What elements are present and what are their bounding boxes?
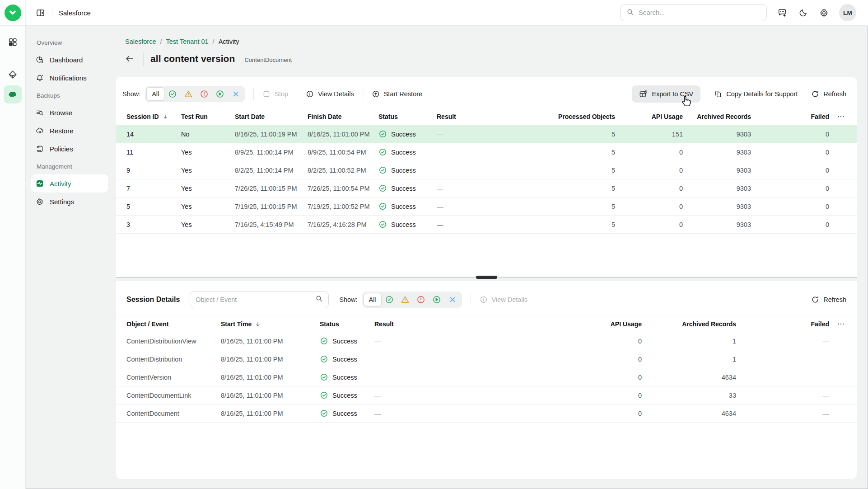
- feedback-message-icon[interactable]: [777, 7, 788, 18]
- column-header-result[interactable]: Result: [437, 113, 516, 120]
- sidebar-toggle-icon[interactable]: [35, 7, 46, 18]
- refresh-button[interactable]: Refresh: [811, 90, 846, 98]
- column-header-start-time[interactable]: Start Time: [221, 320, 320, 328]
- user-avatar[interactable]: LM: [839, 4, 856, 21]
- breadcrumb-salesforce[interactable]: Salesforce: [125, 38, 156, 45]
- cell-result: —: [374, 410, 487, 417]
- object-event-row[interactable]: ContentDistributionView8/16/25, 11:01:00…: [116, 332, 857, 350]
- object-event-row[interactable]: ContentDistribution8/16/25, 11:01:00 PMS…: [116, 350, 857, 368]
- search-input[interactable]: [639, 9, 761, 16]
- settings-gear-icon[interactable]: [818, 7, 829, 18]
- object-event-search-input[interactable]: [196, 296, 312, 303]
- stop-button[interactable]: Stop: [262, 90, 288, 98]
- details-status-filter-group: All: [362, 292, 462, 308]
- cell-test-run: Yes: [181, 185, 235, 192]
- sidebar-item-activity[interactable]: Activity: [31, 174, 108, 193]
- column-header-session-id[interactable]: Session ID: [116, 113, 181, 120]
- filter-all-button[interactable]: All: [146, 87, 164, 101]
- session-row[interactable]: 5Yes7/19/25, 11:00:15 PM7/19/25, 11:00:5…: [116, 197, 857, 216]
- filter-success-icon[interactable]: [164, 87, 180, 101]
- details-table-header: Object / EventStart TimeStatusResultAPI …: [116, 316, 857, 332]
- app-window: Salesforce LM: [0, 0, 868, 489]
- filter-cancelled-icon[interactable]: [228, 87, 243, 101]
- sidebar-item-dashboard[interactable]: Dashboard: [31, 51, 108, 69]
- cell-api-usage: 0: [615, 203, 683, 210]
- column-header-archived-records[interactable]: Archived Records: [683, 113, 751, 120]
- details-filter-cancelled-icon[interactable]: [445, 293, 461, 306]
- session-details-title: Session Details: [126, 296, 180, 304]
- topbar-divider: [52, 7, 52, 18]
- dark-mode-moon-icon[interactable]: [798, 7, 808, 18]
- breadcrumb-test-tenant[interactable]: Test Tenant 01: [166, 38, 209, 45]
- session-row[interactable]: 3Yes7/16/25, 4:15:49 PM7/16/25, 4:16:28 …: [116, 216, 857, 234]
- column-header-api-usage[interactable]: API Usage: [615, 113, 683, 120]
- cell-api-usage: 151: [615, 131, 683, 138]
- logo-cell: [0, 0, 26, 25]
- column-header-status[interactable]: Status: [320, 320, 374, 328]
- cell-start-time: 8/16/25, 11:01:00 PM: [221, 374, 320, 381]
- column-header-archived-records[interactable]: Archived Records: [642, 320, 736, 328]
- column-header-test-run[interactable]: Test Run: [181, 113, 235, 120]
- section-label-backups: Backups: [37, 92, 108, 99]
- details-filter-error-icon[interactable]: [413, 293, 429, 306]
- cell-session-id: 11: [116, 149, 181, 156]
- cell-session-id: 9: [116, 167, 181, 174]
- panel-resizer-handle[interactable]: [476, 276, 497, 279]
- column-settings-button[interactable]: [829, 113, 857, 121]
- filter-error-icon[interactable]: [196, 87, 212, 101]
- toolbar-divider: [253, 88, 254, 100]
- cell-processed-objects: 5: [516, 131, 615, 138]
- view-details-label: View Details: [318, 90, 354, 98]
- apps-grid-icon[interactable]: [4, 33, 22, 51]
- column-header-object-event[interactable]: Object / Event: [116, 320, 221, 328]
- export-csv-label: Export to CSV: [652, 90, 693, 98]
- column-header-processed-objects[interactable]: Processed Objects: [516, 113, 615, 120]
- details-filter-running-icon[interactable]: [429, 293, 445, 306]
- show-label: Show:: [122, 90, 140, 98]
- object-event-row[interactable]: ContentDocument8/16/25, 11:01:00 PMSucce…: [116, 404, 857, 423]
- cell-test-run: Yes: [181, 149, 235, 156]
- session-row[interactable]: 9Yes8/2/25, 11:00:14 PM8/2/25, 11:00:52 …: [116, 161, 857, 179]
- sidebar-item-policies[interactable]: Policies: [31, 140, 108, 158]
- veeam-logo-icon[interactable]: [5, 5, 21, 21]
- column-header-finish-date[interactable]: Finish Date: [308, 113, 378, 120]
- column-header-result[interactable]: Result: [374, 320, 487, 328]
- session-row[interactable]: 14No8/16/25, 11:00:19 PM8/16/25, 11:01:0…: [116, 125, 857, 143]
- cell-api-usage: 0: [615, 167, 683, 174]
- filter-warning-icon[interactable]: [180, 87, 196, 101]
- session-row[interactable]: 11Yes8/9/25, 11:00:14 PM8/9/25, 11:00:54…: [116, 143, 857, 161]
- details-view-details-button[interactable]: View Details: [480, 296, 528, 304]
- column-header-status[interactable]: Status: [378, 113, 437, 120]
- view-details-button[interactable]: View Details: [306, 90, 354, 98]
- object-event-row[interactable]: ContentDocumentLink8/16/25, 11:01:00 PMS…: [116, 386, 857, 404]
- sidebar-item-browse[interactable]: Browse: [31, 103, 108, 122]
- details-filter-success-icon[interactable]: [382, 293, 397, 306]
- column-header-failed[interactable]: Failed: [736, 320, 829, 328]
- column-header-start-date[interactable]: Start Date: [235, 113, 308, 120]
- global-search[interactable]: [620, 4, 767, 21]
- back-arrow-icon[interactable]: [122, 51, 137, 66]
- filter-running-icon[interactable]: [212, 87, 228, 101]
- export-csv-button[interactable]: Export to CSV: [632, 85, 700, 103]
- column-header-failed[interactable]: Failed: [751, 113, 829, 120]
- details-filter-warning-icon[interactable]: [397, 293, 413, 306]
- object-event-search[interactable]: [190, 291, 329, 308]
- object-event-row[interactable]: ContentVersion8/16/25, 11:01:00 PMSucces…: [116, 368, 857, 386]
- cell-archived-records: 9303: [683, 167, 751, 174]
- sidebar-item-restore[interactable]: Restore: [31, 122, 108, 140]
- success-check-icon: [320, 337, 328, 345]
- salesforce-app-icon[interactable]: [4, 85, 22, 103]
- sidebar-item-settings[interactable]: Settings: [31, 193, 108, 211]
- sidebar-nav: Overview Dashboard Notifications Backups: [26, 26, 113, 489]
- start-restore-button[interactable]: Start Restore: [372, 90, 422, 98]
- data-platform-icon[interactable]: [4, 66, 22, 84]
- column-settings-button[interactable]: [829, 320, 857, 328]
- details-filter-all-button[interactable]: All: [364, 293, 382, 306]
- column-header-api-usage[interactable]: API Usage: [487, 320, 642, 328]
- cell-status: Success: [320, 355, 374, 363]
- details-refresh-button[interactable]: Refresh: [811, 296, 846, 304]
- session-row[interactable]: 7Yes7/26/25, 11:00:15 PM7/26/25, 11:00:5…: [116, 179, 857, 197]
- sidebar-item-notifications[interactable]: Notifications: [31, 69, 108, 87]
- cell-api-usage: 0: [615, 149, 683, 156]
- copy-details-button[interactable]: Copy Details for Support: [714, 90, 798, 98]
